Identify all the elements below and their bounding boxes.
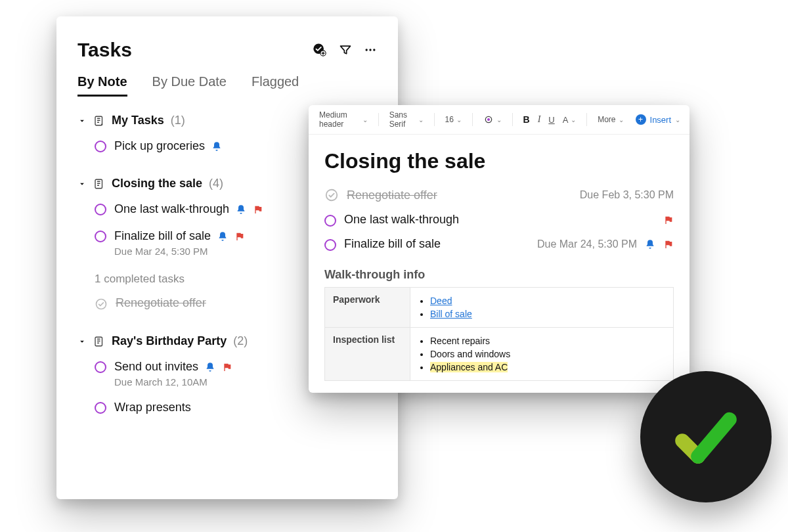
svg-rect-6 [95, 179, 102, 188]
add-task-icon[interactable] [313, 43, 327, 57]
tab-by-due-date[interactable]: By Due Date [152, 74, 227, 97]
note-task-due: Due Feb 3, 5:30 PM [580, 189, 674, 201]
chevron-down-icon [77, 179, 87, 188]
checkmark-badge [640, 371, 772, 502]
font-dropdown-label: Sans Serif [389, 110, 416, 129]
table-row-label: Paperwork [325, 288, 410, 328]
highlighted-text: Appliances and AC [430, 362, 508, 372]
svg-point-10 [487, 118, 490, 121]
section-count: (1) [171, 114, 185, 127]
more-dropdown-label: More [598, 115, 615, 124]
chevron-down-icon: ⌄ [496, 116, 502, 123]
chevron-down-icon: ⌄ [675, 116, 680, 123]
task-checkbox-icon[interactable] [95, 402, 106, 414]
task-text: Finalize bill of sale [114, 229, 211, 243]
bell-icon [645, 239, 655, 250]
editor-toolbar: Medium header⌄ Sans Serif⌄ 16⌄ ⌄ B I U A… [309, 105, 690, 135]
plus-circle-icon: + [636, 114, 646, 125]
task-checkbox-icon[interactable] [95, 361, 106, 373]
link-bill-of-sale[interactable]: Bill of sale [430, 309, 472, 319]
separator [512, 113, 513, 126]
tab-by-note[interactable]: By Note [77, 74, 127, 97]
checkmark-icon [667, 397, 745, 476]
svg-point-3 [369, 49, 371, 51]
tasks-tabs: By Note By Due Date Flagged [56, 68, 398, 97]
note-task-row[interactable]: Finalize bill of sale Due Mar 24, 5:30 P… [324, 232, 674, 256]
list-item[interactable]: Bill of sale [430, 307, 665, 321]
bell-icon [205, 362, 215, 372]
note-body: Closing the sale Renegotiate offer Due F… [309, 135, 690, 388]
section-title: Ray's Birthday Party [112, 334, 227, 348]
table-row: Inspection list Recent repairs Doors and… [325, 328, 674, 381]
task-due-label: Due March 12, 10AM [114, 374, 232, 388]
task-text: Pick up groceries [114, 139, 205, 153]
font-dropdown[interactable]: Sans Serif⌄ [388, 109, 425, 130]
task-text: Renegotiate offer [116, 296, 206, 310]
link-deed[interactable]: Deed [430, 296, 452, 306]
note-task-row[interactable]: Renegotiate offer Due Feb 3, 5:30 PM [324, 183, 674, 208]
svg-rect-5 [95, 116, 102, 125]
chevron-down-icon: ⌄ [418, 116, 424, 123]
bell-icon [217, 231, 228, 242]
note-star-icon [93, 178, 105, 190]
tasks-title: Tasks [77, 39, 132, 61]
task-checkbox-icon[interactable] [95, 231, 106, 242]
svg-point-2 [366, 49, 368, 51]
tab-flagged[interactable]: Flagged [252, 74, 299, 97]
flag-icon [222, 362, 232, 372]
task-checkbox-icon[interactable] [95, 141, 106, 152]
separator [378, 113, 379, 126]
svg-point-11 [326, 190, 338, 201]
task-done-icon[interactable] [324, 188, 339, 202]
note-task-text: Renegotiate offer [347, 188, 437, 202]
chevron-down-icon: ⌄ [571, 116, 576, 123]
underline-button[interactable]: U [547, 114, 556, 126]
table-row-label: Inspection list [325, 328, 410, 381]
task-checkbox-icon[interactable] [324, 215, 336, 227]
chevron-down-icon: ⌄ [619, 116, 624, 123]
note-title[interactable]: Closing the sale [324, 145, 674, 183]
task-done-icon[interactable] [95, 298, 108, 311]
list-item[interactable]: Doors and windows [430, 347, 665, 361]
filter-icon[interactable] [339, 43, 352, 56]
text-color-dropdown[interactable]: ⌄ [482, 113, 503, 126]
bold-button[interactable]: B [522, 113, 531, 126]
task-text: Send out invites [114, 360, 198, 374]
table-row: Paperwork Deed Bill of sale [325, 288, 674, 328]
tasks-header: Tasks [56, 39, 398, 68]
chevron-down-icon: ⌄ [362, 116, 368, 123]
chevron-down-icon [77, 337, 87, 346]
list-item[interactable]: Deed [430, 294, 665, 307]
size-dropdown-label: 16 [445, 115, 454, 124]
section-title: Closing the sale [112, 177, 202, 190]
flag-icon [663, 239, 674, 250]
task-item[interactable]: Wrap presents [77, 394, 398, 421]
insert-dropdown[interactable]: + Insert ⌄ [636, 114, 681, 125]
info-table: Paperwork Deed Bill of sale Inspection l… [324, 287, 674, 381]
note-task-row[interactable]: One last walk-through [324, 208, 674, 232]
list-item[interactable]: Recent repairs [430, 334, 665, 347]
style-dropdown[interactable]: Medium header⌄ [318, 109, 369, 130]
task-checkbox-icon[interactable] [324, 239, 336, 251]
style-dropdown-label: Medium header [319, 110, 360, 129]
note-icon [93, 336, 105, 347]
task-due-label: Due Mar 24, 5:30 PM [114, 243, 245, 257]
size-dropdown[interactable]: 16⌄ [444, 114, 463, 125]
section-title: My Tasks [112, 114, 164, 127]
list-item[interactable]: Appliances and AC [430, 361, 665, 374]
task-checkbox-icon[interactable] [95, 204, 106, 215]
note-task-due: Due Mar 24, 5:30 PM [537, 238, 637, 250]
section-count: (2) [233, 334, 248, 348]
note-star-icon [93, 115, 105, 127]
flag-icon [234, 231, 245, 242]
bell-icon [211, 141, 222, 152]
italic-button[interactable]: I [536, 113, 542, 126]
flag-icon [663, 215, 674, 225]
highlight-dropdown[interactable]: A⌄ [561, 114, 578, 126]
section-count: (4) [209, 177, 223, 190]
flag-icon [253, 204, 263, 215]
more-dropdown[interactable]: More⌄ [596, 114, 624, 125]
more-menu-icon[interactable] [364, 43, 377, 56]
separator [586, 113, 587, 126]
chevron-down-icon: ⌄ [456, 116, 462, 123]
